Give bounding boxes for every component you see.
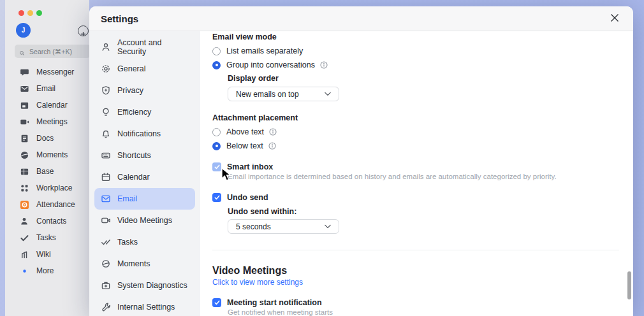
person-icon: [20, 217, 29, 226]
settings-menu-general[interactable]: General: [94, 58, 195, 80]
checkbox-label: Meeting start notification: [227, 298, 322, 308]
settings-menu-email[interactable]: Email: [94, 188, 195, 210]
window-controls: [18, 10, 42, 16]
search-box[interactable]: [15, 45, 91, 58]
undo-send-within-label: Undo send within:: [228, 207, 619, 217]
radio-label: Group into conversations: [226, 60, 315, 70]
add-button[interactable]: [78, 25, 89, 36]
sidebar-item-docs[interactable]: Docs: [5, 130, 89, 147]
sidebar-item-contacts[interactable]: Contacts: [5, 213, 89, 229]
settings-menu-shortcuts[interactable]: Shortcuts: [94, 145, 195, 166]
sidebar-item-wiki[interactable]: Wiki: [5, 246, 89, 262]
sidebar-item-tasks[interactable]: Tasks: [5, 229, 89, 246]
wrench-icon: [101, 302, 111, 312]
keyboard-icon: [101, 150, 111, 161]
sidebar-item-attendance[interactable]: Attendance: [5, 196, 89, 213]
checkbox-undo-send[interactable]: Undo send: [212, 192, 619, 203]
search-icon: [19, 48, 25, 55]
attachment-placement-label: Attachment placement: [212, 113, 619, 123]
settings-menu-calendar[interactable]: Calendar: [94, 166, 195, 188]
sidebar-item-label: Meetings: [36, 117, 68, 126]
double-check-icon: [101, 237, 111, 247]
settings-menu-internal-settings[interactable]: Internal Settings: [94, 296, 195, 316]
settings-menu-moments[interactable]: Moments: [94, 253, 195, 275]
scrollbar-thumb[interactable]: [627, 271, 631, 299]
chevron-down-icon: [325, 224, 331, 229]
table-grid-icon: [20, 167, 29, 176]
settings-menu-account-and-security[interactable]: Account and Security: [94, 36, 195, 58]
settings-menu-label: Account and Security: [117, 38, 191, 56]
sidebar-item-moments[interactable]: Moments: [5, 147, 89, 163]
checkbox-meeting-start-notification[interactable]: Meeting start notification: [212, 298, 619, 308]
sidebar-item-label: Attendance: [36, 200, 75, 209]
radio-off-icon: [212, 47, 221, 55]
undo-send-within-dropdown[interactable]: 5 seconds: [228, 219, 339, 234]
envelope-icon: [20, 84, 29, 94]
sidebar-item-label: Wiki: [36, 250, 51, 259]
calendar-icon: [101, 172, 111, 182]
radio-group-into-conversations[interactable]: Group into conversations: [212, 60, 619, 70]
radio-label: List emails separately: [226, 46, 303, 56]
search-input[interactable]: [28, 47, 86, 56]
radio-label: Above text: [226, 127, 264, 137]
dropdown-value: 5 seconds: [236, 222, 271, 231]
settings-menu-efficiency[interactable]: Efficiency: [94, 101, 195, 123]
more-dot-icon: [20, 266, 29, 276]
section-divider: [212, 250, 619, 250]
sidebar-item-base[interactable]: Base: [5, 163, 89, 180]
bell-icon: [101, 129, 111, 139]
settings-header: Settings: [89, 6, 633, 31]
dropdown-value: New emails on top: [236, 90, 299, 99]
meeting-start-description: Get notified when meeting starts: [228, 308, 619, 316]
sidebar-item-more[interactable]: More: [5, 262, 89, 279]
close-window-button[interactable]: [18, 10, 24, 16]
sidebar-item-email[interactable]: Email: [5, 80, 89, 97]
view-more-settings-link[interactable]: Click to view more settings: [212, 278, 619, 287]
toolbox-icon: [101, 280, 111, 291]
sidebar-item-label: Email: [36, 84, 55, 93]
info-icon[interactable]: [268, 142, 276, 150]
settings-menu-label: Efficiency: [117, 108, 151, 117]
settings-menu-system-diagnostics[interactable]: System Diagnostics: [94, 275, 195, 296]
lightbulb-icon: [101, 107, 111, 117]
display-order-label: Display order: [228, 74, 619, 83]
envelope-icon: [101, 194, 111, 204]
radio-above-text[interactable]: Above text: [212, 127, 619, 137]
sidebar-item-label: More: [36, 266, 54, 275]
settings-menu-notifications[interactable]: Notifications: [94, 123, 195, 145]
settings-menu-label: Email: [117, 194, 137, 203]
sidebar-item-messenger[interactable]: Messenger: [5, 64, 89, 80]
settings-menu-video-meetings[interactable]: Video Meetings: [94, 210, 195, 231]
sidebar-item-label: Tasks: [36, 233, 56, 242]
plus-icon: [80, 28, 86, 34]
settings-menu-privacy[interactable]: Privacy: [94, 80, 195, 101]
sidebar-item-calendar[interactable]: Calendar: [5, 97, 89, 113]
sidebar-item-workplace[interactable]: Workplace: [5, 180, 89, 196]
avatar[interactable]: J: [16, 23, 31, 38]
checkbox-smart-inbox[interactable]: Smart inbox: [212, 162, 619, 172]
minimize-window-button[interactable]: [27, 10, 33, 16]
checkbox-label: Undo send: [227, 192, 268, 203]
info-icon[interactable]: [320, 61, 328, 69]
checkbox-checked-icon: [212, 298, 221, 307]
settings-content: Email view mode List emails separately G…: [200, 31, 633, 316]
checkbox-label: Smart inbox: [227, 162, 273, 172]
info-icon[interactable]: [269, 128, 277, 136]
sidebar-item-meetings[interactable]: Meetings: [5, 113, 89, 130]
document-icon: [20, 134, 29, 143]
email-view-mode-label: Email view mode: [212, 32, 619, 42]
attendance-badge-icon: [20, 200, 29, 210]
radio-below-text[interactable]: Below text: [212, 141, 619, 151]
settings-menu-label: Privacy: [117, 86, 143, 95]
sidebar-item-label: Workplace: [36, 183, 72, 192]
settings-menu-label: Shortcuts: [117, 151, 151, 160]
display-order-dropdown[interactable]: New emails on top: [228, 87, 339, 101]
settings-menu-label: System Diagnostics: [117, 281, 187, 290]
zoom-window-button[interactable]: [36, 10, 42, 16]
settings-menu-label: Internal Settings: [117, 303, 175, 312]
close-settings-button[interactable]: [610, 13, 620, 24]
radio-list-emails-separately[interactable]: List emails separately: [212, 46, 619, 56]
settings-menu-tasks[interactable]: Tasks: [94, 231, 195, 253]
person-icon: [101, 42, 111, 52]
checkbox-checked-icon: [212, 162, 221, 171]
